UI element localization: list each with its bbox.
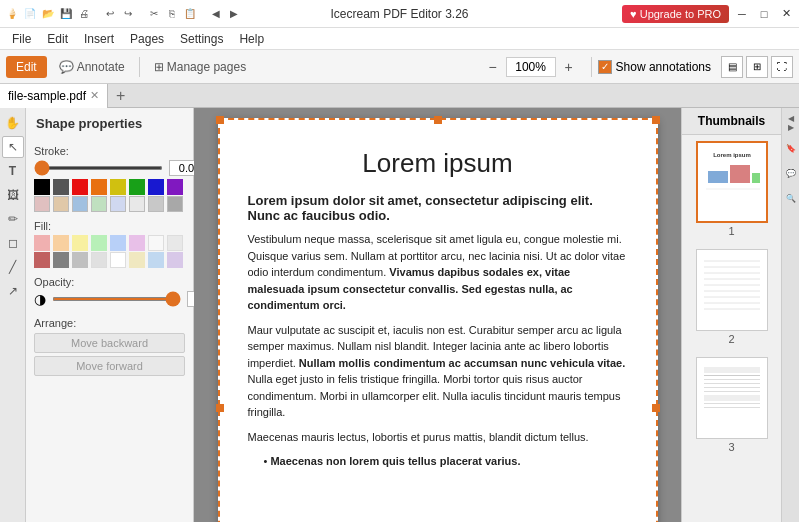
draw-tool-button[interactable]: ✏ xyxy=(2,208,24,230)
fill-color-r5[interactable] xyxy=(110,252,126,268)
fill-color-r4[interactable] xyxy=(91,252,107,268)
color-yellow[interactable] xyxy=(110,179,126,195)
upgrade-button[interactable]: ♥ Upgrade to PRO xyxy=(622,5,729,23)
fill-color-r1[interactable] xyxy=(34,252,50,268)
right-tool-comment[interactable]: 💬 xyxy=(784,162,798,184)
select-tool-button[interactable]: ↖ xyxy=(2,136,24,158)
color-lt-orange[interactable] xyxy=(53,196,69,212)
zoom-input[interactable] xyxy=(506,57,556,77)
view-double-icon[interactable]: ⊞ xyxy=(746,56,768,78)
tab-close-button[interactable]: ✕ xyxy=(90,89,99,102)
erase-tool-button[interactable]: ◻ xyxy=(2,232,24,254)
opacity-slider[interactable] xyxy=(52,297,181,301)
menu-edit[interactable]: Edit xyxy=(39,30,76,48)
show-annotations-checkbox[interactable]: ✓ xyxy=(598,60,612,74)
print-icon[interactable]: 🖨 xyxy=(76,6,92,22)
zoom-in-button[interactable]: + xyxy=(559,57,579,77)
svg-rect-3 xyxy=(730,165,750,183)
cut-icon[interactable]: ✂ xyxy=(146,6,162,22)
text-tool-button[interactable]: T xyxy=(2,160,24,182)
color-green[interactable] xyxy=(129,179,145,195)
right-tool-bookmark[interactable]: 🔖 xyxy=(784,137,798,159)
stroke-slider[interactable] xyxy=(34,166,163,170)
handle-mid-right[interactable] xyxy=(652,404,660,412)
right-tools: ◀▶ 🔖 💬 🔍 xyxy=(781,108,799,522)
tab-add-button[interactable]: + xyxy=(108,87,133,105)
open-icon[interactable]: 📂 xyxy=(40,6,56,22)
color-orange[interactable] xyxy=(91,179,107,195)
manage-pages-button[interactable]: ⊞ Manage pages xyxy=(146,56,254,78)
handle-top-left[interactable] xyxy=(216,116,224,124)
fill-color-8[interactable] xyxy=(167,235,183,251)
fill-color-3[interactable] xyxy=(72,235,88,251)
thumbnail-2[interactable]: 2 xyxy=(682,243,781,351)
edit-button[interactable]: Edit xyxy=(6,56,47,78)
line-tool-button[interactable]: ╱ xyxy=(2,256,24,278)
annotate-button[interactable]: 💬 Annotate xyxy=(51,56,133,78)
svg-rect-21 xyxy=(704,387,760,388)
handle-top-mid[interactable] xyxy=(434,116,442,124)
menu-help[interactable]: Help xyxy=(231,30,272,48)
undo-icon[interactable]: ↩ xyxy=(102,6,118,22)
fill-color-6[interactable] xyxy=(129,235,145,251)
thumb-img-1: Lorem ipsum xyxy=(696,141,768,223)
menu-pages[interactable]: Pages xyxy=(122,30,172,48)
fill-color-5[interactable] xyxy=(110,235,126,251)
fill-color-4[interactable] xyxy=(91,235,107,251)
save-icon[interactable]: 💾 xyxy=(58,6,74,22)
move-forward-button[interactable]: Move forward xyxy=(34,356,185,376)
color-lt-gray3[interactable] xyxy=(167,196,183,212)
color-lt-gray2[interactable] xyxy=(148,196,164,212)
color-purple[interactable] xyxy=(167,179,183,195)
next-icon[interactable]: ▶ xyxy=(226,6,242,22)
color-lt-red[interactable] xyxy=(34,196,50,212)
color-black[interactable] xyxy=(34,179,50,195)
color-red[interactable] xyxy=(72,179,88,195)
arrow-tool-button[interactable]: ↗ xyxy=(2,280,24,302)
color-blue[interactable] xyxy=(148,179,164,195)
color-dark-gray[interactable] xyxy=(53,179,69,195)
minimize-button[interactable]: ─ xyxy=(733,5,751,23)
color-lt-purple[interactable] xyxy=(110,196,126,212)
prev-icon[interactable]: ◀ xyxy=(208,6,224,22)
menu-file[interactable]: File xyxy=(4,30,39,48)
show-annotations-label[interactable]: ✓ Show annotations xyxy=(598,60,711,74)
app-icon: 🍦 xyxy=(4,6,20,22)
maximize-button[interactable]: □ xyxy=(755,5,773,23)
paste-icon[interactable]: 📋 xyxy=(182,6,198,22)
fill-color-1[interactable] xyxy=(34,235,50,251)
svg-rect-20 xyxy=(704,383,760,384)
zoom-out-button[interactable]: − xyxy=(483,57,503,77)
thumbnail-3[interactable]: 3 xyxy=(682,351,781,459)
title-bar-left: 🍦 📄 📂 💾 🖨 ↩ ↪ ✂ ⎘ 📋 ◀ ▶ xyxy=(4,6,242,22)
hand-tool-button[interactable]: ✋ xyxy=(2,112,24,134)
thumbnail-1[interactable]: Lorem ipsum 1 xyxy=(682,135,781,243)
fill-color-7[interactable] xyxy=(148,235,164,251)
fill-color-r6[interactable] xyxy=(129,252,145,268)
redo-icon[interactable]: ↪ xyxy=(120,6,136,22)
color-lt-gray1[interactable] xyxy=(129,196,145,212)
right-tool-1[interactable]: ◀▶ xyxy=(784,112,798,134)
move-backward-button[interactable]: Move backward xyxy=(34,333,185,353)
handle-top-right[interactable] xyxy=(652,116,660,124)
tab-file[interactable]: file-sample.pdf ✕ xyxy=(0,84,108,108)
menu-settings[interactable]: Settings xyxy=(172,30,231,48)
right-tool-search[interactable]: 🔍 xyxy=(784,187,798,209)
fill-color-r3[interactable] xyxy=(72,252,88,268)
handle-mid-left[interactable] xyxy=(216,404,224,412)
color-lt-blue[interactable] xyxy=(72,196,88,212)
view-fit-icon[interactable]: ⛶ xyxy=(771,56,793,78)
image-tool-button[interactable]: 🖼 xyxy=(2,184,24,206)
copy-icon[interactable]: ⎘ xyxy=(164,6,180,22)
pdf-canvas[interactable]: Lorem ipsum Lorem ipsum dolor sit amet, … xyxy=(194,108,681,522)
menu-insert[interactable]: Insert xyxy=(76,30,122,48)
fill-color-r8[interactable] xyxy=(167,252,183,268)
color-lt-green[interactable] xyxy=(91,196,107,212)
fill-color-r2[interactable] xyxy=(53,252,69,268)
fill-color-2[interactable] xyxy=(53,235,69,251)
opacity-label: Opacity: xyxy=(34,276,185,288)
view-single-icon[interactable]: ▤ xyxy=(721,56,743,78)
close-button[interactable]: ✕ xyxy=(777,5,795,23)
fill-color-r7[interactable] xyxy=(148,252,164,268)
new-icon[interactable]: 📄 xyxy=(22,6,38,22)
